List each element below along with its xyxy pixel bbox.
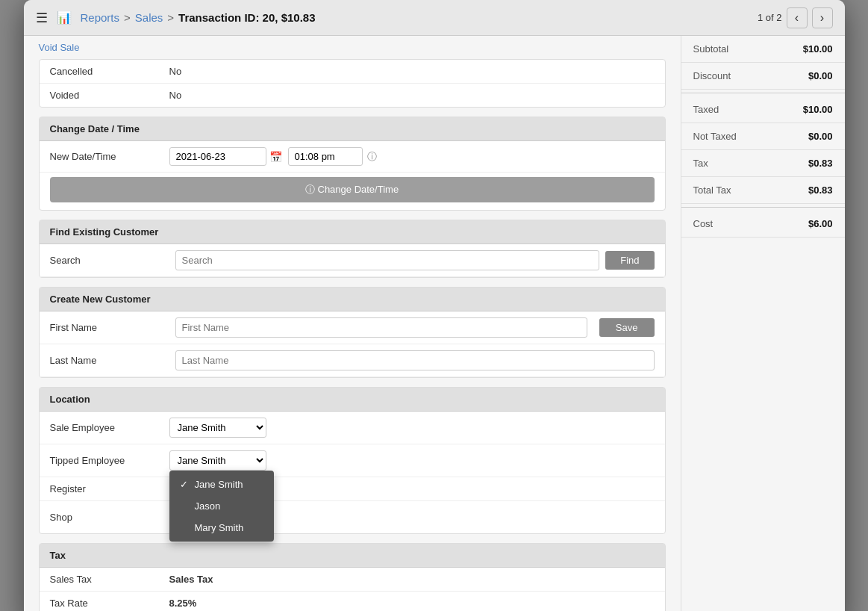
- date-input[interactable]: [169, 147, 266, 166]
- location-section: Location Sale Employee Jane Smith Jason …: [39, 387, 666, 534]
- find-customer-header: Find Existing Customer: [40, 220, 665, 244]
- total-tax-value: $0.83: [808, 184, 833, 196]
- sale-employee-select[interactable]: Jane Smith Jason Mary Smith: [169, 418, 266, 438]
- tipped-employee-dropdown-container: Jane Smith Jason Mary Smith ✓ Jane Smith: [169, 450, 266, 471]
- prev-button[interactable]: ‹: [787, 7, 808, 28]
- last-name-label: Last Name: [50, 355, 169, 366]
- not-taxed-label: Not Taxed: [693, 131, 737, 142]
- new-datetime-label: New Date/Time: [50, 151, 169, 162]
- find-button[interactable]: Find: [605, 251, 654, 270]
- sales-tax-label: Sales Tax: [50, 574, 169, 585]
- cost-row: Cost $6.00: [681, 211, 845, 238]
- info-icon: ⓘ: [367, 150, 377, 164]
- summary-divider2: [681, 207, 845, 208]
- tipped-employee-row: Tipped Employee Jane Smith Jason Mary Sm…: [40, 444, 665, 477]
- summary-divider1: [681, 93, 845, 93]
- register-label: Register: [50, 483, 169, 494]
- last-name-input[interactable]: [175, 350, 655, 370]
- reports-nav-icon: 📊: [57, 10, 72, 25]
- breadcrumb-sep2: >: [167, 11, 174, 24]
- change-date-section: Change Date / Time New Date/Time 📅 ⓘ ⓘ C…: [39, 117, 666, 211]
- tax-rate-value: 8.25%: [169, 598, 197, 609]
- change-date-header: Change Date / Time: [40, 117, 665, 141]
- find-customer-section: Find Existing Customer Search Find: [39, 220, 666, 278]
- not-taxed-value: $0.00: [808, 131, 833, 142]
- content-area: Void Sale Cancelled No Voided No Change …: [24, 36, 845, 611]
- dropdown-option-label: Mary Smith: [195, 522, 244, 533]
- create-customer-header: Create New Customer: [40, 288, 665, 311]
- dropdown-option-label: Jane Smith: [195, 479, 243, 490]
- tipped-employee-label: Tipped Employee: [50, 455, 169, 466]
- subtotal-row: Subtotal $10.00: [681, 36, 845, 63]
- shop-row: Shop Gameporium: [40, 501, 665, 533]
- time-input[interactable]: [288, 147, 363, 166]
- tipped-employee-select[interactable]: Jane Smith Jason Mary Smith: [169, 450, 266, 471]
- tax-rate-row: Tax Rate 8.25%: [40, 592, 665, 611]
- breadcrumb-sales[interactable]: Sales: [135, 11, 163, 24]
- dropdown-option-jason[interactable]: Jason: [169, 495, 274, 517]
- location-header: Location: [40, 388, 665, 412]
- sale-employee-row: Sale Employee Jane Smith Jason Mary Smit…: [40, 412, 665, 444]
- cancelled-value: No: [169, 66, 182, 77]
- tax-row: Tax $0.83: [681, 150, 845, 177]
- first-name-input[interactable]: [175, 317, 587, 338]
- breadcrumb-sep1: >: [124, 11, 131, 24]
- cancelled-label: Cancelled: [50, 66, 169, 77]
- new-datetime-row: New Date/Time 📅 ⓘ: [40, 141, 665, 173]
- dropdown-option-mary-smith[interactable]: Mary Smith: [169, 517, 274, 539]
- discount-label: Discount: [693, 70, 731, 81]
- create-customer-section: Create New Customer First Name Save Last…: [39, 287, 666, 378]
- voided-row: Voided No: [40, 84, 665, 107]
- cancelled-voided-section: Cancelled No Voided No: [39, 59, 666, 108]
- calendar-icon: 📅: [269, 151, 282, 163]
- taxed-label: Taxed: [693, 104, 719, 115]
- discount-row: Discount $0.00: [681, 63, 845, 90]
- search-label: Search: [50, 255, 169, 266]
- first-name-label: First Name: [50, 322, 169, 333]
- subtotal-value: $10.00: [803, 43, 833, 55]
- discount-value: $0.00: [808, 70, 833, 81]
- nav-counter: 1 of 2: [758, 12, 782, 23]
- nav-arrows: 1 of 2 ‹ ›: [758, 7, 833, 28]
- tax-value: $0.83: [808, 158, 833, 169]
- dropdown-option-label: Jason: [195, 500, 221, 512]
- tipped-employee-dropdown-menu: ✓ Jane Smith Jason Mary Smith: [169, 471, 274, 542]
- tax-header: Tax: [40, 544, 665, 568]
- save-button[interactable]: Save: [599, 318, 655, 337]
- sales-tax-row: Sales Tax Sales Tax: [40, 568, 665, 592]
- taxed-row: Taxed $10.00: [681, 96, 845, 123]
- subtotal-label: Subtotal: [693, 43, 729, 55]
- breadcrumb-reports[interactable]: Reports: [81, 11, 120, 24]
- voided-label: Voided: [50, 90, 169, 101]
- summary-panel: Subtotal $10.00 Discount $0.00 Taxed $10…: [681, 36, 845, 611]
- cost-value: $6.00: [808, 218, 833, 229]
- main-panel: Void Sale Cancelled No Voided No Change …: [24, 36, 681, 611]
- dropdown-option-jane-smith[interactable]: ✓ Jane Smith: [169, 474, 274, 495]
- tax-section: Tax Sales Tax Sales Tax Tax Rate 8.25%: [39, 543, 666, 611]
- search-row: Search Find: [40, 244, 665, 277]
- cost-label: Cost: [693, 218, 714, 229]
- shop-label: Shop: [50, 512, 169, 523]
- tax-label: Tax: [693, 158, 708, 169]
- cancelled-row: Cancelled No: [40, 60, 665, 84]
- first-name-row: First Name Save: [40, 311, 665, 344]
- titlebar: ☰ 📊 Reports > Sales > Transaction ID: 20…: [24, 0, 845, 36]
- total-tax-label: Total Tax: [693, 184, 731, 196]
- hamburger-icon[interactable]: ☰: [36, 10, 48, 26]
- tax-rate-label: Tax Rate: [50, 598, 169, 609]
- voided-value: No: [169, 90, 182, 101]
- void-sale-link[interactable]: Void Sale: [24, 36, 681, 59]
- sales-tax-value: Sales Tax: [169, 574, 213, 585]
- total-tax-row: Total Tax $0.83: [681, 177, 845, 204]
- check-icon: ✓: [180, 479, 190, 490]
- taxed-value: $10.00: [803, 104, 833, 115]
- sale-employee-label: Sale Employee: [50, 422, 169, 433]
- breadcrumb: Reports > Sales > Transaction ID: 20, $1…: [81, 11, 316, 24]
- next-button[interactable]: ›: [812, 7, 833, 28]
- search-input[interactable]: [175, 250, 600, 270]
- register-row: Register: [40, 477, 665, 501]
- breadcrumb-current: Transaction ID: 20, $10.83: [178, 11, 315, 24]
- not-taxed-row: Not Taxed $0.00: [681, 123, 845, 150]
- change-date-button[interactable]: ⓘ Change Date/Time: [50, 177, 655, 202]
- app-window: ☰ 📊 Reports > Sales > Transaction ID: 20…: [24, 0, 845, 611]
